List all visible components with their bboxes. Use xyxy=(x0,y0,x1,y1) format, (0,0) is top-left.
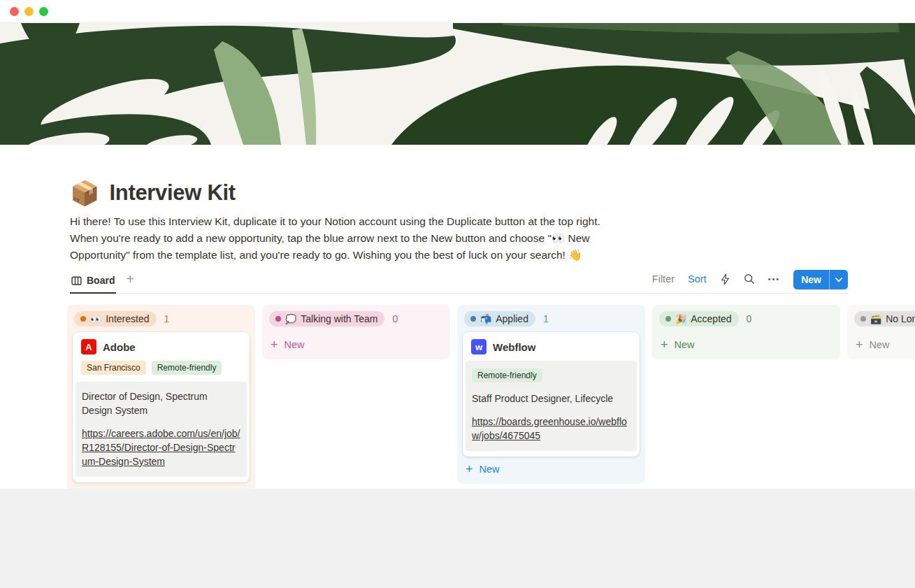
status-dot-icon xyxy=(665,316,671,322)
add-card-label: New xyxy=(870,339,890,350)
board-column-interested: 👀 Interested 1 A Adobe San Francisco Rem… xyxy=(67,305,255,489)
status-dot-icon xyxy=(860,316,866,322)
plus-icon: + xyxy=(661,338,668,351)
card-company-name: Adobe xyxy=(103,341,136,353)
filter-button[interactable]: Filter xyxy=(652,273,675,285)
chevron-down-icon xyxy=(835,278,842,282)
eyes-emoji-icon: 👀 xyxy=(90,315,101,324)
webflow-logo-icon: w xyxy=(471,339,487,354)
card-page-preview: Director of Design, Spectrum Design Syst… xyxy=(75,382,247,477)
plus-icon: + xyxy=(466,463,473,475)
job-title-text: Staff Product Designer, Lifecycle xyxy=(472,392,631,406)
column-count: 1 xyxy=(164,313,170,324)
page-title: Interview Kit xyxy=(109,180,235,206)
page-header: 📦 Interview Kit xyxy=(0,145,915,209)
thought-balloon-emoji-icon: 💭 xyxy=(285,315,296,324)
page-content: 📦 Interview Kit Hi there! To use this In… xyxy=(0,145,915,489)
party-popper-emoji-icon: 🎉 xyxy=(675,315,686,324)
column-count: 1 xyxy=(543,313,549,324)
add-card-button-applied[interactable]: + New xyxy=(463,457,640,480)
card-title-row: A Adobe xyxy=(73,332,250,361)
status-dot-icon xyxy=(275,316,281,322)
board-column-no-longer: 🗃️ No Lon + New xyxy=(847,305,915,359)
add-card-label: New xyxy=(675,339,695,350)
column-count: 0 xyxy=(747,313,752,324)
tag-san-francisco: San Francisco xyxy=(81,361,146,375)
minimize-window-icon[interactable] xyxy=(24,7,34,16)
new-button-group: New xyxy=(793,270,848,289)
job-url-link[interactable]: https://boards.greenhouse.io/webflow/job… xyxy=(472,415,631,443)
job-url-link[interactable]: https://careers.adobe.com/us/en/job/R128… xyxy=(82,426,240,468)
automation-bolt-icon[interactable] xyxy=(720,273,730,285)
add-card-button-interested[interactable]: + New xyxy=(73,482,250,489)
new-button[interactable]: New xyxy=(793,270,829,289)
plus-icon: + xyxy=(271,338,278,351)
status-pill: 🗃️ No Lon xyxy=(854,311,915,327)
close-window-icon[interactable] xyxy=(10,7,19,16)
board-column-accepted: 🎉 Accepted 0 + New xyxy=(652,305,840,359)
page-cover-image[interactable] xyxy=(0,23,915,145)
status-label: Talking with Team xyxy=(301,313,377,324)
package-emoji-icon[interactable]: 📦 xyxy=(70,181,99,205)
kanban-board: 👀 Interested 1 A Adobe San Francisco Rem… xyxy=(67,305,915,489)
status-pill: 👀 Interested xyxy=(74,311,157,327)
tag-remote-friendly: Remote-friendly xyxy=(152,361,222,375)
more-options-icon[interactable]: ••• xyxy=(768,275,781,283)
plus-icon: + xyxy=(856,338,863,351)
search-icon[interactable] xyxy=(744,273,755,285)
card-page-preview: Remote-friendly Staff Product Designer, … xyxy=(466,361,637,451)
status-dot-icon xyxy=(470,316,476,322)
card-title-row: w Webflow xyxy=(463,332,640,361)
add-card-button-no-longer[interactable]: + New xyxy=(853,332,915,355)
tab-board[interactable]: Board xyxy=(70,271,116,294)
board-column-talking-with-team: 💭 Talking with Team 0 + New xyxy=(262,305,450,359)
card-adobe[interactable]: A Adobe San Francisco Remote-friendly Di… xyxy=(73,332,250,482)
window-background xyxy=(0,489,915,588)
window-titlebar xyxy=(0,0,915,23)
status-pill: 📬 Applied xyxy=(464,311,535,327)
add-card-label: New xyxy=(480,464,500,475)
adobe-logo-icon: A xyxy=(81,339,96,354)
column-header[interactable]: 👀 Interested 1 xyxy=(73,310,250,332)
view-bar: Board + Filter Sort ••• New xyxy=(70,269,848,294)
status-pill: 🎉 Accepted xyxy=(659,311,739,327)
status-label: Accepted xyxy=(691,313,731,324)
column-header[interactable]: 🗃️ No Lon xyxy=(853,310,915,332)
zoom-window-icon[interactable] xyxy=(39,7,48,16)
board-column-applied: 📬 Applied 1 w Webflow Remote-friendly St xyxy=(457,305,645,484)
column-cards: w Webflow Remote-friendly Staff Product … xyxy=(463,332,640,457)
card-webflow[interactable]: w Webflow Remote-friendly Staff Product … xyxy=(463,332,640,457)
card-tags: San Francisco Remote-friendly xyxy=(73,361,250,382)
status-label: No Lon xyxy=(886,313,915,324)
page-description: Hi there! To use this Interview Kit, dup… xyxy=(70,213,614,264)
status-pill: 💭 Talking with Team xyxy=(269,311,384,327)
column-header[interactable]: 📬 Applied 1 xyxy=(463,310,640,332)
status-label: Applied xyxy=(496,313,528,324)
add-view-button[interactable]: + xyxy=(126,271,134,293)
sort-button[interactable]: Sort xyxy=(688,273,707,285)
add-card-label: New xyxy=(284,339,305,350)
monstera-cover-illustration xyxy=(0,23,915,145)
status-label: Interested xyxy=(106,313,149,324)
add-card-button-talking[interactable]: + New xyxy=(268,332,445,355)
column-cards: A Adobe San Francisco Remote-friendly Di… xyxy=(73,332,250,482)
card-file-box-emoji-icon: 🗃️ xyxy=(870,315,881,324)
column-header[interactable]: 💭 Talking with Team 0 xyxy=(268,310,445,332)
add-card-button-accepted[interactable]: + New xyxy=(658,332,835,355)
tab-board-label: Board xyxy=(87,275,115,286)
tag-remote-friendly: Remote-friendly xyxy=(472,368,542,382)
card-company-name: Webflow xyxy=(493,341,535,353)
board-view-icon xyxy=(71,275,82,286)
column-header[interactable]: 🎉 Accepted 0 xyxy=(658,310,835,332)
view-toolbar: Filter Sort ••• New xyxy=(652,270,848,293)
job-title-text: Director of Design, Spectrum Design Syst… xyxy=(82,389,240,417)
column-count: 0 xyxy=(392,313,398,324)
status-dot-icon xyxy=(80,316,86,322)
card-tags: Remote-friendly xyxy=(472,368,631,382)
mailbox-emoji-icon: 📬 xyxy=(480,315,491,324)
new-dropdown-button[interactable] xyxy=(830,270,848,289)
view-tabs: Board + xyxy=(70,271,134,293)
